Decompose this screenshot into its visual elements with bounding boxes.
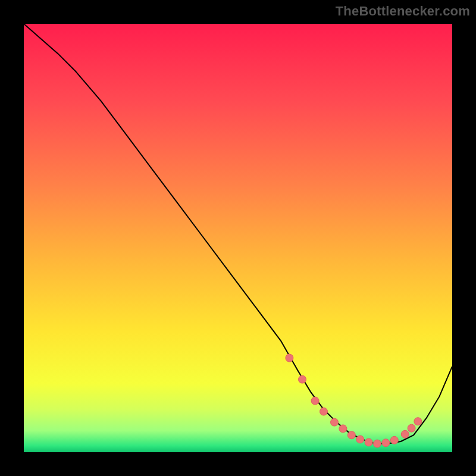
data-marker <box>390 436 398 444</box>
plot-background <box>24 24 452 452</box>
watermark-text: TheBottlenecker.com <box>336 4 470 19</box>
data-marker <box>299 375 306 383</box>
data-marker <box>311 397 319 405</box>
data-marker <box>414 418 422 425</box>
data-marker <box>374 440 381 447</box>
data-marker <box>365 439 372 446</box>
data-marker <box>320 408 328 415</box>
plot-svg <box>24 24 452 452</box>
plot-area <box>24 24 452 452</box>
data-marker <box>331 418 339 426</box>
data-marker <box>347 431 355 439</box>
chart-frame: TheBottlenecker.com <box>0 0 476 476</box>
data-marker <box>286 354 293 362</box>
data-marker <box>339 425 347 433</box>
data-marker <box>401 430 409 438</box>
data-marker <box>408 424 415 432</box>
data-marker <box>356 436 364 443</box>
data-marker <box>382 439 390 447</box>
